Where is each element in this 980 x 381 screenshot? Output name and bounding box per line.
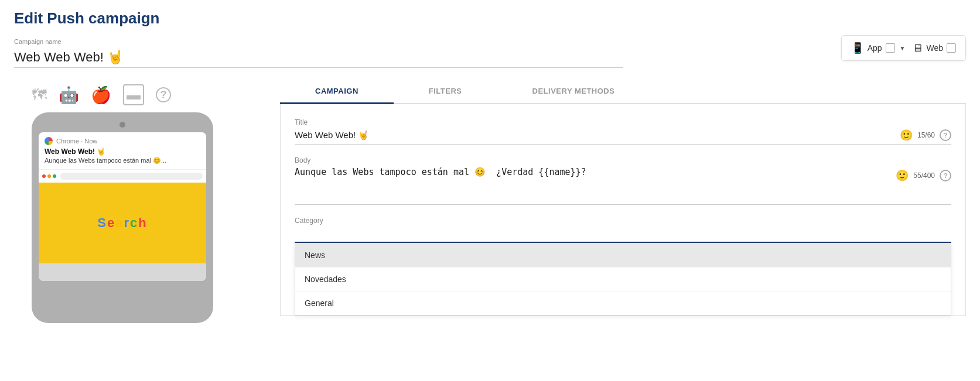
browser-dot-green — [53, 174, 56, 178]
body-label: Body — [295, 156, 951, 164]
web-label: Web — [926, 43, 943, 53]
app-dropdown-arrow-icon[interactable]: ▼ — [900, 45, 906, 52]
tabs-row: CAMPAIGN FILTERS DELIVERY METHODS — [280, 80, 966, 104]
right-panel: CAMPAIGN FILTERS DELIVERY METHODS Title … — [280, 80, 966, 323]
dropdown-item-novedades[interactable]: Novedades — [295, 267, 951, 291]
web-browser-icon: ▬ — [123, 84, 144, 105]
notification-bar: Chrome · Now Web Web Web! 🤘 Aunque las W… — [39, 132, 206, 170]
phone-camera — [119, 122, 125, 128]
browser-dot-red — [42, 174, 46, 178]
body-char-count: 55/400 — [913, 171, 935, 180]
category-label: Category — [295, 217, 951, 225]
app-label: App — [868, 43, 882, 53]
notif-body: Aunque las Webs tampoco están mal 😊... — [45, 157, 173, 164]
body-emoji-icon[interactable]: 🙂 — [896, 169, 909, 182]
monitor-icon: 🖥 — [912, 42, 923, 54]
campaign-name-label: Campaign name — [14, 38, 966, 45]
browser-dot-yellow — [47, 174, 51, 178]
title-field-row: 🙂 15/60 ? — [295, 129, 951, 145]
phone-screen: Chrome · Now Web Web Web! 🤘 Aunque las W… — [39, 132, 206, 281]
title-input[interactable] — [295, 131, 900, 140]
form-section: Title 🙂 15/60 ? Body — [280, 104, 966, 316]
android-icon: 🤖 — [59, 85, 79, 105]
chrome-icon — [45, 137, 53, 145]
category-input[interactable] — [295, 227, 951, 239]
category-dropdown: News Novedades General — [295, 243, 951, 315]
phone-bottom — [39, 263, 206, 281]
tab-delivery-methods[interactable]: DELIVERY METHODS — [497, 80, 650, 104]
app-platform-toggle[interactable]: 📱 App ▼ — [851, 42, 906, 54]
preview-help-icon[interactable]: ? — [156, 87, 171, 102]
campaign-name-input[interactable] — [14, 47, 623, 68]
main-layout: 🗺 🤖 🍎 ▬ ? Chrome · Now Web Web Web! 🤘 — [14, 80, 966, 323]
title-field-actions: 🙂 15/60 ? — [900, 129, 951, 142]
campaign-name-section: Campaign name — [14, 38, 966, 68]
web-platform-toggle[interactable]: 🖥 Web — [912, 42, 956, 54]
body-field: Body 🙂 55/400 ? — [295, 156, 951, 205]
web-checkbox[interactable] — [947, 43, 956, 53]
body-field-row: 🙂 55/400 ? — [295, 167, 951, 205]
search-text: Search — [97, 215, 147, 231]
apple-icon: 🍎 — [91, 85, 111, 105]
page-title: Edit Push campaign — [14, 9, 966, 28]
notif-title: Web Web Web! 🤘 — [45, 147, 200, 156]
browser-address-bar — [60, 173, 203, 180]
left-panel: 🗺 🤖 🍎 ▬ ? Chrome · Now Web Web Web! 🤘 — [14, 80, 266, 323]
title-help-icon[interactable]: ? — [940, 129, 951, 141]
title-label: Title — [295, 118, 951, 126]
tab-filters[interactable]: FILTERS — [394, 80, 497, 104]
phone-icon: 📱 — [851, 42, 864, 54]
category-input-wrap — [295, 227, 951, 243]
platform-toggles: 📱 App ▼ 🖥 Web — [841, 35, 966, 61]
title-char-count: 15/60 — [917, 131, 935, 139]
title-field: Title 🙂 15/60 ? — [295, 118, 951, 145]
device-icons-row: 🗺 🤖 🍎 ▬ ? — [14, 80, 266, 112]
body-input[interactable] — [295, 167, 896, 202]
browser-preview: Search — [39, 170, 206, 263]
notif-source: Chrome · Now — [56, 138, 97, 145]
tab-campaign[interactable]: CAMPAIGN — [280, 80, 394, 104]
dropdown-item-news[interactable]: News — [295, 243, 951, 267]
phone-mockup: Chrome · Now Web Web Web! 🤘 Aunque las W… — [32, 112, 213, 323]
notif-header: Chrome · Now — [45, 137, 200, 145]
dropdown-item-general[interactable]: General — [295, 291, 951, 315]
title-emoji-icon[interactable]: 🙂 — [900, 129, 913, 142]
body-help-icon[interactable]: ? — [940, 170, 951, 181]
browser-bar — [39, 170, 206, 183]
body-field-actions: 🙂 55/400 ? — [896, 169, 951, 182]
category-section: Category News Novedades General — [295, 217, 951, 315]
page-wrapper: Edit Push campaign Campaign name 📱 App ▼… — [0, 0, 980, 381]
app-checkbox[interactable] — [886, 43, 895, 53]
map-icon: 🗺 — [32, 86, 47, 104]
